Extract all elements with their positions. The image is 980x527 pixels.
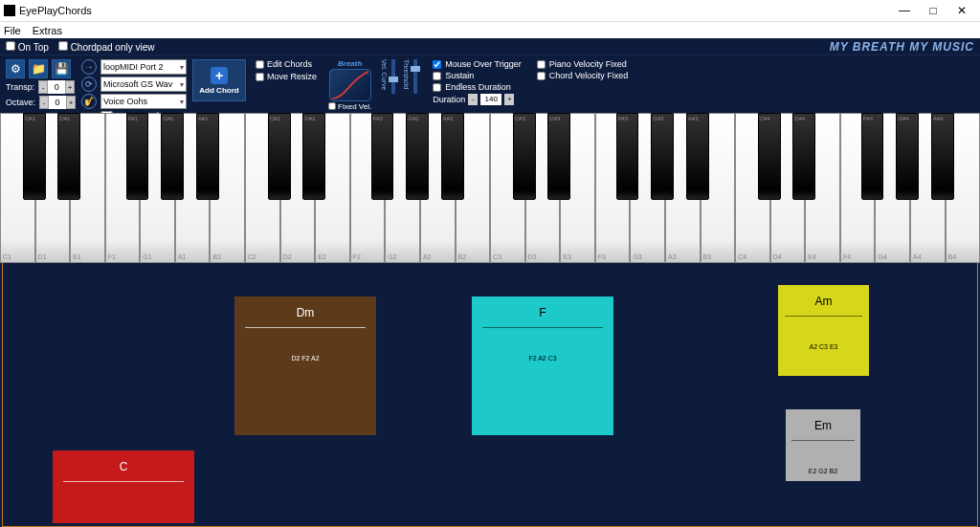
transpose-spinner[interactable]: -0+ [38, 80, 75, 94]
app-icon [4, 5, 15, 16]
white-key-label: D2 [283, 253, 292, 260]
black-key-label: A#1 [198, 116, 209, 121]
black-key-label: F#2 [373, 116, 383, 121]
black-key-D#2[interactable]: D#2 [302, 113, 325, 200]
breath-curve-display[interactable] [329, 69, 371, 101]
mouse-over-trigger-checkbox[interactable]: Mouse Over Trigger [433, 59, 522, 69]
threshold-slider[interactable] [413, 59, 417, 94]
black-key-A#2[interactable]: A#2 [441, 113, 464, 200]
duration-minus[interactable]: - [468, 94, 478, 105]
sustain-checkbox[interactable]: Sustain [433, 71, 522, 80]
black-key-label: C#1 [25, 116, 35, 121]
add-chord-button[interactable]: + Add Chord [192, 59, 246, 101]
black-key-F#3[interactable]: F#3 [616, 113, 639, 200]
black-key-A#3[interactable]: A#3 [686, 113, 709, 200]
move-resize-checkbox[interactable]: Move Resize [256, 72, 317, 81]
black-key-F#4[interactable]: F#4 [861, 113, 884, 200]
edit-chords-checkbox[interactable]: Edit Chords [256, 59, 317, 69]
chord-pad-Em[interactable]: EmE2 G2 B2 [786, 409, 860, 481]
chord-velocity-fixed-checkbox[interactable]: Chord Velocity Fixed [537, 71, 629, 80]
black-key-label: G#2 [408, 116, 418, 121]
voice-dropdown[interactable]: Voice Oohs▾ [100, 94, 187, 109]
black-key-C#4[interactable]: C#4 [758, 113, 781, 200]
white-key-label: C4 [738, 253, 746, 260]
transpose-label: Transp: [6, 82, 34, 92]
top-options-bar: On Top Chordpad only view MY BREATH MY M… [0, 38, 980, 55]
chord-pad-area[interactable]: DmD2 F2 A2FF2 A2 C3AmA2 C3 E3EmE2 G2 B2C [2, 263, 978, 527]
black-key-label: F#3 [618, 116, 628, 121]
white-key-label: D1 [38, 253, 47, 260]
black-key-G#2[interactable]: G#2 [406, 113, 429, 200]
black-key-A#4[interactable]: A#4 [931, 113, 954, 200]
menu-extras[interactable]: Extras [33, 25, 62, 36]
chord-notes: A2 C3 E3 [810, 343, 838, 350]
black-key-G#4[interactable]: G#4 [896, 113, 919, 200]
white-key-label: E4 [808, 253, 816, 260]
white-key-label: E2 [318, 253, 326, 260]
black-key-F#1[interactable]: F#1 [126, 113, 149, 200]
chordpad-only-checkbox[interactable]: Chordpad only view [58, 41, 155, 53]
black-key-F#2[interactable]: F#2 [371, 113, 394, 200]
black-key-D#3[interactable]: D#3 [547, 113, 570, 200]
breath-label: Breath [338, 59, 362, 68]
vel-curve-slider[interactable] [391, 59, 395, 94]
midi-port-dropdown[interactable]: loopMIDI Port 2▾ [100, 59, 187, 75]
minimize-button[interactable]: — [890, 4, 919, 17]
piano-keyboard: C1D1E1F1G1A1B1C2D2E2F2G2A2B2C3D3E3F3G3A3… [0, 113, 980, 263]
save-icon[interactable]: 💾 [52, 59, 71, 78]
white-key-label: B2 [458, 253, 467, 260]
black-key-C#1[interactable]: C#1 [23, 113, 46, 200]
chord-divider [245, 327, 366, 328]
black-key-label: D#2 [304, 116, 315, 121]
white-key-label: C2 [248, 253, 256, 260]
settings-icon[interactable]: ⚙ [6, 59, 25, 78]
chord-name: C [120, 460, 128, 473]
chord-notes: D2 F2 A2 [291, 355, 319, 362]
chord-pad-Am[interactable]: AmA2 C3 E3 [778, 285, 869, 376]
white-key-label: C3 [493, 253, 501, 260]
open-icon[interactable]: 📁 [29, 59, 48, 78]
black-key-D#1[interactable]: D#1 [57, 113, 80, 200]
black-key-D#4[interactable]: D#4 [792, 113, 815, 200]
menu-bar: File Extras [0, 21, 980, 38]
black-key-C#3[interactable]: C#3 [513, 113, 536, 200]
refresh-icon[interactable]: ⟳ [81, 77, 97, 92]
plus-icon: + [211, 67, 228, 84]
chord-divider [785, 316, 862, 317]
instrument-icon[interactable]: 🎷 [81, 94, 97, 109]
white-key-label: A3 [668, 253, 677, 260]
octave-spinner[interactable]: -0+ [39, 96, 76, 109]
ontop-checkbox[interactable]: On Top [6, 41, 49, 53]
vel-curve-label: Vel. Curve [381, 59, 388, 90]
duration-plus[interactable]: + [504, 94, 514, 105]
soundfont-dropdown[interactable]: Microsoft GS Wav▾ [100, 77, 187, 92]
white-key-label: E1 [73, 253, 81, 260]
piano-velocity-fixed-checkbox[interactable]: Piano Velocity Fixed [537, 59, 629, 69]
threshold-label: Threshold [403, 59, 410, 89]
octave-label: Octave: [6, 98, 35, 107]
chord-pad-Dm[interactable]: DmD2 F2 A2 [234, 296, 376, 435]
endless-duration-checkbox[interactable]: Endless Duration [433, 82, 522, 92]
black-key-label: C#4 [760, 116, 770, 121]
maximize-button[interactable]: □ [919, 4, 947, 17]
close-button[interactable]: ✕ [947, 4, 976, 17]
black-key-label: G#4 [898, 116, 908, 121]
duration-value: 140 [480, 94, 501, 105]
window-title: EyePlayChords [19, 5, 890, 16]
black-key-label: D#1 [59, 116, 70, 121]
black-key-G#3[interactable]: G#3 [651, 113, 674, 200]
chord-name: Am [815, 295, 833, 308]
chord-pad-C[interactable]: C [53, 450, 194, 523]
black-key-C#2[interactable]: C#2 [268, 113, 291, 200]
black-key-label: G#1 [163, 116, 173, 121]
fixed-vel-checkbox[interactable]: Fixed Vel. [328, 102, 371, 111]
black-key-G#1[interactable]: G#1 [161, 113, 184, 200]
chord-pad-F[interactable]: FF2 A2 C3 [472, 296, 613, 435]
menu-file[interactable]: File [4, 25, 21, 36]
black-key-label: C#2 [270, 116, 280, 121]
white-key-label: B1 [212, 253, 221, 260]
midi-in-icon[interactable]: → [81, 59, 97, 75]
white-key-label: C1 [3, 253, 11, 260]
chord-divider [63, 481, 184, 482]
black-key-A#1[interactable]: A#1 [196, 113, 219, 200]
